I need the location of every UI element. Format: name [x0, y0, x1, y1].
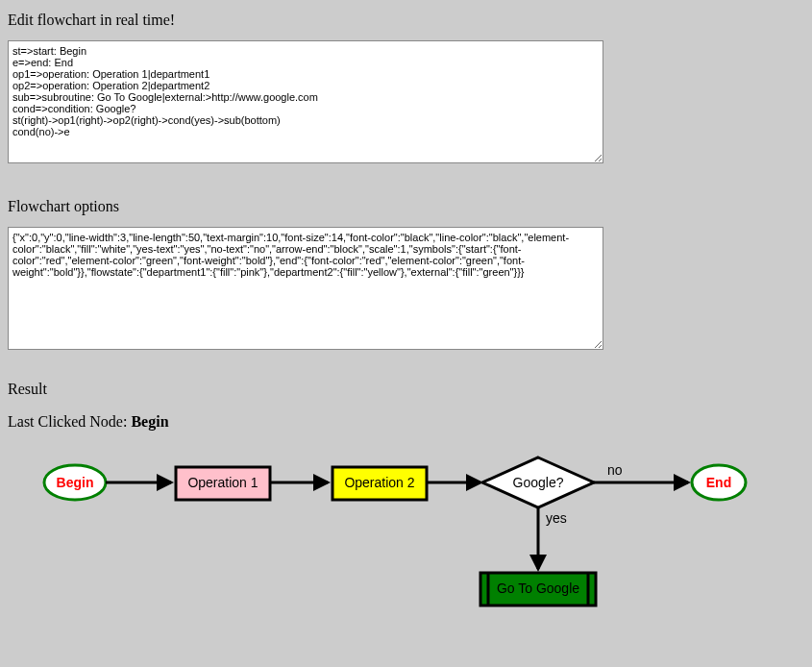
- flowchart-options-textarea[interactable]: [8, 227, 603, 350]
- condition-node-label: Google?: [513, 475, 564, 490]
- last-clicked-label: Last Clicked Node:: [8, 413, 131, 430]
- last-clicked-line: Last Clicked Node: Begin: [8, 413, 804, 431]
- end-node-label: End: [706, 475, 731, 490]
- last-clicked-value: Begin: [131, 413, 168, 430]
- op1-node[interactable]: Operation 1: [176, 467, 270, 500]
- edit-heading: Edit flowchart in real time!: [8, 12, 804, 29]
- subroutine-node-label: Go To Google: [497, 581, 579, 596]
- result-heading: Result: [8, 381, 804, 398]
- flowchart-code-textarea[interactable]: [8, 40, 603, 163]
- yes-label: yes: [546, 510, 567, 526]
- no-label: no: [607, 462, 623, 478]
- op2-node-label: Operation 2: [344, 475, 414, 490]
- options-heading: Flowchart options: [8, 198, 804, 215]
- op1-node-label: Operation 1: [187, 475, 258, 490]
- condition-node[interactable]: Google?: [482, 457, 594, 507]
- start-node-label: Begin: [57, 475, 94, 490]
- op2-node[interactable]: Operation 2: [332, 467, 427, 500]
- flowchart-canvas: Begin Operation 1 Operation 2 Google? no…: [8, 454, 776, 627]
- start-node[interactable]: Begin: [44, 465, 106, 500]
- subroutine-node[interactable]: Go To Google: [480, 573, 596, 605]
- end-node[interactable]: End: [692, 465, 746, 500]
